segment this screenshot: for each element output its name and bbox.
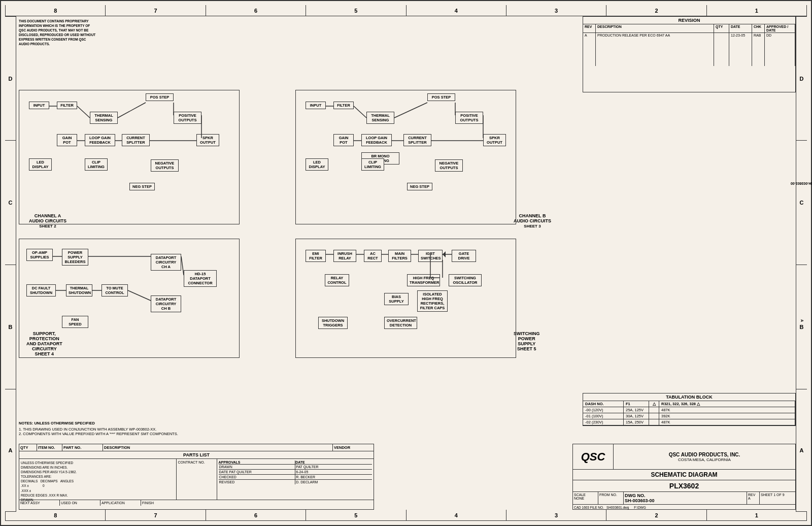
spkr-out-a-block: SPKROUTPUT [196,134,219,146]
tab-02-dash: -02 (230V) [583,419,624,425]
col-markers-top: 8 7 6 5 4 3 2 1 [5,5,807,16]
company-location: COSTA MESA, CALIFORNIA [678,457,731,462]
revision-row-a: A PRODUCTION RELEASE PER ECO 6947 AA 12-… [583,33,795,38]
cad-file-value: SH003601.dwg [606,506,629,509]
rev-hdr-rev: REV [583,24,596,32]
col-bot-7: 7 [106,510,206,521]
col-5: 5 [306,5,406,16]
company-name: QSC AUDIO PRODUCTS, INC. [669,452,740,457]
side-rev: A [797,270,806,372]
row-b-left: B [5,265,16,389]
col-8: 8 [5,5,106,16]
rev-row-empty-4 [583,59,795,66]
tab-02-fuse: 15A, 250V [624,419,649,425]
tab-row-header: DASH NO. F1 △ R321, 322, 326, 328 △ [583,401,795,407]
hd15-connector-block: HD-15DATAPORTCONNECTOR [184,270,217,287]
switching-osc-block: SWITCHINGOSCILLATOR [449,274,482,286]
rev-hdr-qty: QTY [714,24,729,32]
parts-list-header: QTY ITEM NO. PART NO. DESCRIPTION VENDOR [19,444,374,451]
rev-rev: A [583,33,596,38]
rev-chk: RAB [752,33,765,38]
channel-a-section [19,90,240,224]
schematic-page: 8 7 6 5 4 3 2 1 8 7 6 5 4 3 2 1 D C B A … [0,0,812,526]
note-heading: NOTES: UNLESS OTHERWISE SPECIFIED [19,421,178,425]
tab-desc: R321, 322, 326, 328 △ [659,401,795,407]
col-1: 1 [707,5,807,16]
used-on-label: USED ON [60,500,100,506]
model-number: PLX3602 [669,482,699,490]
tolerance-notes: UNLESS OTHERWISE SPECIFIED DIMENSIONS AR… [19,459,177,500]
row-a-left: A [5,389,16,512]
input-b-block: INPUT [306,102,326,109]
pl-desc-hdr: DESCRIPTION [103,444,333,451]
col-bot-8: 8 [5,510,106,521]
input-a-block: INPUT [29,102,49,109]
rev-desc: PRODUCTION RELEASE PER ECO 6947 AA [596,33,714,38]
contract-no-field: CONTRACT NO. [177,459,217,500]
drawn-date-val: 6-24-05 [295,470,372,474]
drawn-date-row: DATE PAT QUILTER 6-24-05 [219,470,373,475]
rev-hdr-desc: DESCRIPTION [596,24,714,32]
tab-02-pad [649,419,659,425]
dwg-no-field: DWG NO.SH-003603-00 [624,492,747,504]
col-3: 3 [506,5,606,16]
pos-step-a-block: POS STEP [146,93,174,101]
title-company-row: QSC QSC AUDIO PRODUCTS, INC. COSTA MESA,… [573,444,795,470]
channel-b-section [295,90,516,224]
positive-out-a-block: POSITIVEOUTPUTS [174,112,201,124]
overcurrent-detect-block: OVERCURRENTDETECTION [384,317,417,329]
tab-triangle-icon: △ [649,401,659,407]
tab-01-pad [649,413,659,419]
revised-name: D. DECLARM [295,480,372,484]
cad-info-row: CAD 1603 FILE NO. SH003601.dwg F:\DWG [573,504,795,510]
shutdown-triggers-block: SHUTDOWNTRIGGERS [318,317,348,329]
tab-01-fuse: 30A, 125V [624,413,649,419]
drawing-path: F:\DWG [634,506,646,509]
gain-pot-a-block: GAINPOT [57,134,77,146]
notes-area: NOTES: UNLESS OTHERWISE SPECIFIED 1. THI… [19,421,178,436]
model-row: PLX3602 [573,480,795,492]
channel-a-label: CHANNEL A AUDIO CIRCUITS SHEET 2 [29,213,66,228]
tabulation-block: TABULATION BLOCK DASH NO. F1 △ R321, 322… [583,393,796,426]
gate-drive-block: GATEDRIVE [452,250,476,262]
next-assy-label: NEXT ASSY [19,500,60,506]
tab-02-val: 487K [659,419,795,425]
current-split-b-block: CURRENTSPLITTER [403,134,431,146]
checked-name: R. BECKER [295,475,372,479]
neg-step-b-block: NEG STEP [407,183,432,190]
led-disp-b-block: LEDDISPLAY [306,158,328,171]
cad-label: CAD 1603 FILE NO. [574,506,604,509]
title-block: QSC QSC AUDIO PRODUCTS, INC. COSTA MESA,… [572,444,796,510]
igbt-switches-block: IGBTSWITCHES [418,250,443,262]
thermal-shutdn-block: THERMALSHUTDOWN [66,284,92,297]
col-bot-3: 3 [506,510,606,521]
revised-row: REVISED D. DECLARM [219,480,373,484]
usage-row: NEXT ASSY USED ON APPLICATION FINISH [19,500,374,506]
pl-vendor-hdr: VENDOR [333,444,374,451]
parts-list-title: PARTS LIST [19,451,374,459]
dataport-ch-a-block: DATAPORTCIRCUITRYCH A [151,254,181,271]
col-bot-5: 5 [306,510,406,521]
col-bot-4: 4 [407,510,506,521]
drawn-date-label: DATE PAT QUILTER [219,470,296,474]
row-d-left: D [5,16,16,141]
tab-title: TABULATION BLOCK [583,393,795,401]
col-bot-6: 6 [206,510,306,521]
to-mute-ctrl-block: TO MUTECONTROL [101,284,128,297]
pl-part-hdr: PART NO. [62,444,103,451]
rev-qty [714,33,729,38]
tab-row-00: -00 (120V) 25A, 125V 487K [583,407,795,413]
schematic-title: SCHEMATIC DIAGRAM [651,471,717,478]
tab-00-val: 487K [659,407,795,413]
drawn-label: DRAWN [219,465,296,469]
revision-title: REVISION [583,17,795,24]
neg-step-a-block: NEG STEP [129,183,155,190]
op-amp-block: OP-AMPSUPPLIES [26,249,53,261]
schematic-title-row: SCHEMATIC DIAGRAM [573,470,795,480]
switching-label: SWITCHINGPOWERSUPPLYSHEET 5 [514,331,540,351]
col-bot-1: 1 [707,510,807,521]
company-title-area: QSC AUDIO PRODUCTS, INC. COSTA MESA, CAL… [614,444,795,469]
gain-pot-b-block: GAINPOT [333,134,354,146]
tab-row-02: -02 (230V) 15A, 250V 487K [583,419,795,425]
dataport-ch-b-block: DATAPORTCIRCUITRYCH B [151,295,181,312]
